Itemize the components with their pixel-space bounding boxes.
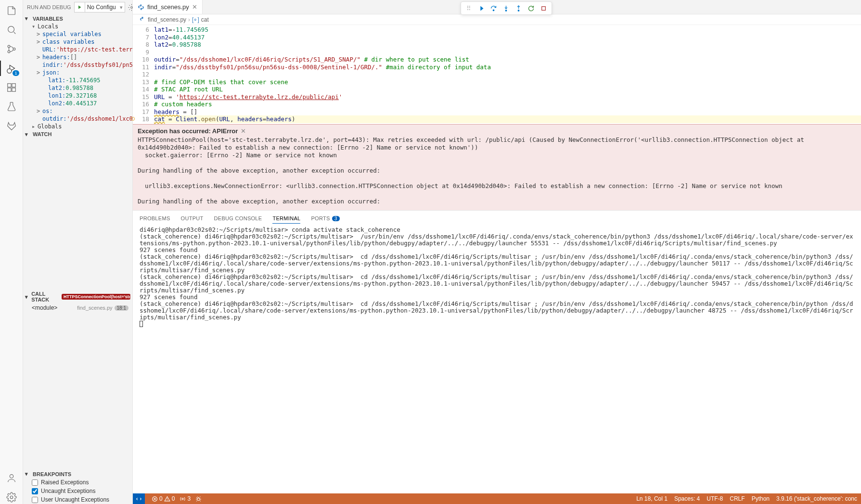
tab-ports[interactable]: PORTS3 [311, 214, 339, 223]
breakpoint-option[interactable]: Raised Exceptions [23, 478, 132, 487]
callstack-section-header[interactable]: ▾CALL STACK HTTPSConnectionPool(host='st… [23, 290, 132, 303]
variable-row[interactable]: lon2: 40.445137 [23, 100, 132, 107]
code-editor[interactable]: 6789101112131415161718 lat1=-11.745695lo… [133, 25, 861, 124]
status-eol[interactable]: CRLF [730, 495, 745, 502]
run-debug-icon[interactable]: 1 [5, 62, 18, 75]
explorer-icon[interactable] [5, 4, 18, 17]
accounts-icon[interactable] [5, 471, 18, 485]
breakpoint-option[interactable]: Uncaught Exceptions [23, 487, 132, 495]
terminal[interactable]: di46riq@hpdar03c02s02:~/Scripts/multisar… [133, 224, 861, 494]
status-bar: 0 0 3 Ln 18, Col 1 Spaces: 4 UTF-8 CRLF … [133, 493, 861, 504]
exception-body: HTTPSConnectionPool(host='stc-test.terra… [138, 136, 856, 205]
svg-rect-15 [542, 6, 546, 10]
callstack-paused-badge: HTTPSConnectionPool(host='stc-test.terr [62, 294, 130, 300]
stop-icon[interactable] [538, 3, 550, 13]
status-ports[interactable]: 3 [180, 495, 191, 502]
svg-point-4 [7, 69, 11, 73]
run-config-select[interactable]: No Configu ▾ [74, 2, 125, 13]
svg-point-17 [182, 498, 183, 499]
tab-filename: find_scenes.py [147, 3, 189, 11]
editor-tab[interactable]: find_scenes.py ✕ [133, 0, 203, 14]
source-control-icon[interactable] [5, 42, 18, 56]
svg-point-3 [13, 48, 15, 50]
svg-rect-5 [7, 84, 11, 87]
tab-terminal[interactable]: TERMINAL [272, 214, 300, 224]
tab-output[interactable]: OUTPUT [181, 214, 204, 223]
variable-row[interactable]: lon1: 29.327168 [23, 92, 132, 100]
terminal-cursor [140, 321, 143, 327]
editor-group: find_scenes.py ✕ ⠿ find_scenes.py › [∘] … [133, 0, 861, 504]
variable-row[interactable]: >json: [23, 69, 132, 76]
drag-handle-icon[interactable]: ⠿ [463, 3, 475, 13]
status-language[interactable]: Python [752, 495, 770, 502]
close-exception-icon[interactable]: ✕ [241, 127, 246, 135]
svg-rect-7 [7, 88, 11, 91]
variable-row[interactable]: lat2: 0.985788 [23, 84, 132, 92]
svg-point-10 [10, 496, 13, 499]
exception-title: Exception has occurred: APIError [138, 127, 238, 135]
variable-row[interactable]: >special variables [23, 30, 132, 38]
status-indent[interactable]: Spaces: 4 [674, 495, 700, 502]
testing-icon[interactable] [5, 100, 18, 113]
svg-point-12 [493, 10, 494, 11]
remote-indicator[interactable] [133, 493, 145, 504]
debug-sidebar: RUN AND DEBUG No Configu ▾ ⋯ ▾VARIABLES … [23, 0, 133, 504]
tab-debug-console[interactable]: DEBUG CONSOLE [214, 214, 262, 223]
status-debug[interactable] [195, 496, 202, 502]
restart-icon[interactable] [526, 3, 537, 13]
variable-row[interactable]: lat1: -11.745695 [23, 76, 132, 84]
tab-problems[interactable]: PROBLEMS [140, 214, 170, 223]
svg-point-9 [10, 475, 13, 478]
breadcrumb[interactable]: find_scenes.py › [∘] cat [133, 14, 861, 25]
step-into-icon[interactable] [501, 3, 512, 13]
python-file-icon [138, 4, 144, 11]
debug-toolbar[interactable]: ⠿ [461, 1, 552, 15]
status-interpreter[interactable]: 3.9.16 ('stack_coherence': conc [776, 495, 857, 502]
scope-globals[interactable]: ▸Globals [23, 123, 132, 130]
symbol-variable-icon: [∘] [192, 16, 199, 23]
status-errors[interactable]: 0 0 [152, 495, 175, 502]
variable-row[interactable]: >headers: [] [23, 53, 132, 61]
settings-gear-icon[interactable] [5, 491, 18, 504]
continue-icon[interactable] [475, 3, 487, 13]
status-encoding[interactable]: UTF-8 [707, 495, 723, 502]
sidebar-title: RUN AND DEBUG [27, 4, 71, 10]
watch-section-header[interactable]: ▾WATCH [23, 130, 132, 290]
variable-row[interactable]: >class variables [23, 38, 132, 46]
svg-point-2 [8, 50, 10, 53]
panel-tabs: PROBLEMS OUTPUT DEBUG CONSOLE TERMINAL P… [133, 210, 861, 224]
variable-row[interactable]: URL: 'https://stc-test.terrabyte.lrz… [23, 46, 132, 53]
variable-row[interactable]: indir: '/dss/dsstbyfs01/pn56su/pn56s… [23, 61, 132, 69]
gitlab-icon[interactable] [5, 119, 18, 133]
variable-row[interactable]: >os: [23, 107, 132, 115]
svg-point-11 [130, 6, 132, 8]
svg-point-1 [8, 45, 10, 48]
start-debug-icon[interactable] [75, 2, 85, 12]
svg-point-14 [518, 10, 519, 11]
scope-locals[interactable]: ▾Locals [23, 23, 132, 30]
breakpoints-section-header[interactable]: ▾BREAKPOINTS [23, 470, 132, 478]
activity-bar: 1 [0, 0, 23, 504]
callstack-frame[interactable]: <module> find_scenes.py18:1 [23, 303, 132, 312]
python-file-icon [140, 16, 146, 23]
svg-rect-6 [12, 84, 15, 87]
status-cursor-pos[interactable]: Ln 18, Col 1 [636, 495, 668, 502]
step-out-icon[interactable] [513, 3, 525, 13]
breakpoint-option[interactable]: User Uncaught Exceptions [23, 495, 132, 504]
svg-rect-8 [12, 88, 15, 91]
variables-section-header[interactable]: ▾VARIABLES [23, 14, 132, 23]
search-icon[interactable] [5, 23, 18, 37]
exception-widget: Exception has occurred: APIError✕ HTTPSC… [133, 124, 861, 210]
variable-row[interactable]: outdir: '/dss/dsshome1/lxc0F/di46riq… [23, 115, 132, 123]
svg-point-13 [505, 10, 507, 11]
extensions-icon[interactable] [5, 81, 18, 94]
svg-point-18 [197, 498, 200, 500]
close-tab-icon[interactable]: ✕ [192, 3, 197, 11]
svg-point-0 [8, 26, 14, 33]
step-over-icon[interactable] [488, 3, 500, 13]
